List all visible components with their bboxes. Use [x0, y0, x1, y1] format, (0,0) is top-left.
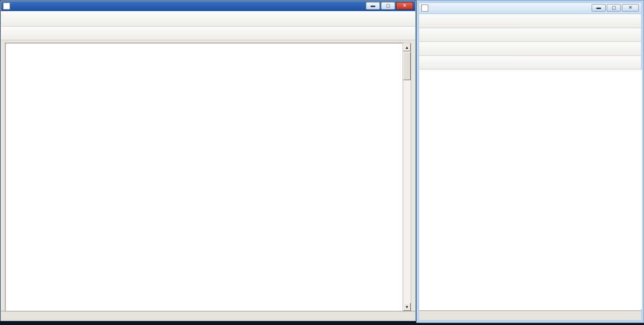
minimize-button[interactable]: ▬	[592, 4, 606, 12]
schematic-titlebar[interactable]: ▬ ▢ ✕	[1, 1, 415, 11]
app-icon	[3, 3, 10, 10]
close-button[interactable]: ✕	[622, 4, 639, 12]
scroll-up-button[interactable]: ▲	[403, 43, 411, 51]
analysis-icon	[421, 5, 428, 12]
maximize-button[interactable]: ▢	[381, 2, 395, 10]
analysis-tabbar	[419, 310, 641, 320]
schematic-window: ▬ ▢ ✕ ▲ ▼	[0, 0, 416, 321]
schematic-canvas[interactable]	[5, 43, 403, 311]
vscroll-thumb[interactable]	[403, 52, 411, 80]
schematic-tabbar	[1, 311, 415, 320]
close-button[interactable]: ✕	[396, 2, 413, 10]
minimize-button[interactable]: ▬	[366, 2, 380, 10]
analysis-titlebar[interactable]: ▬ ▢ ✕	[419, 3, 641, 13]
scroll-down-button[interactable]: ▼	[403, 303, 411, 311]
plot-area[interactable]	[419, 70, 642, 309]
analysis-window: ▬ ▢ ✕	[416, 0, 644, 323]
schematic-vscrollbar[interactable]: ▲ ▼	[403, 43, 411, 311]
maximize-button[interactable]: ▢	[607, 4, 621, 12]
